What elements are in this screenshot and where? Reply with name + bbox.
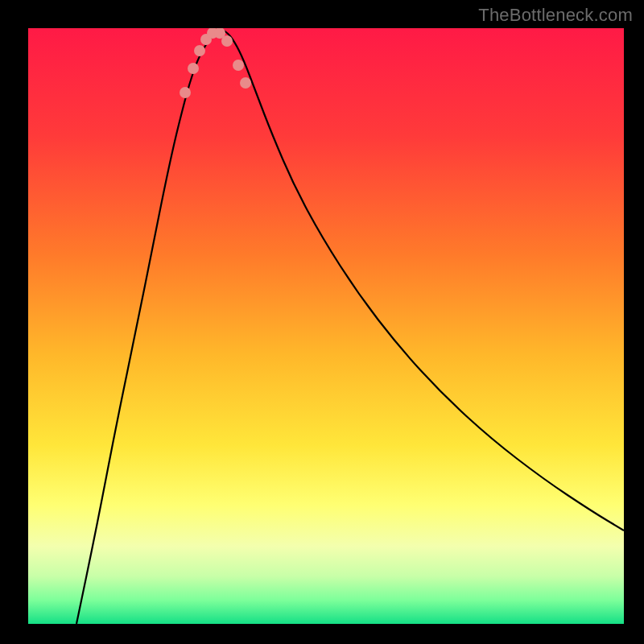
data-marker	[240, 77, 251, 89]
watermark-text: TheBottleneck.com	[478, 5, 633, 26]
data-marker	[188, 63, 199, 74]
data-marker	[233, 60, 244, 71]
gradient-background	[28, 28, 624, 624]
data-marker	[194, 45, 205, 56]
data-marker	[180, 87, 191, 98]
data-marker	[221, 35, 233, 47]
chart-frame: TheBottleneck.com	[0, 0, 644, 644]
plot-area	[28, 28, 624, 624]
chart-svg	[28, 28, 624, 624]
